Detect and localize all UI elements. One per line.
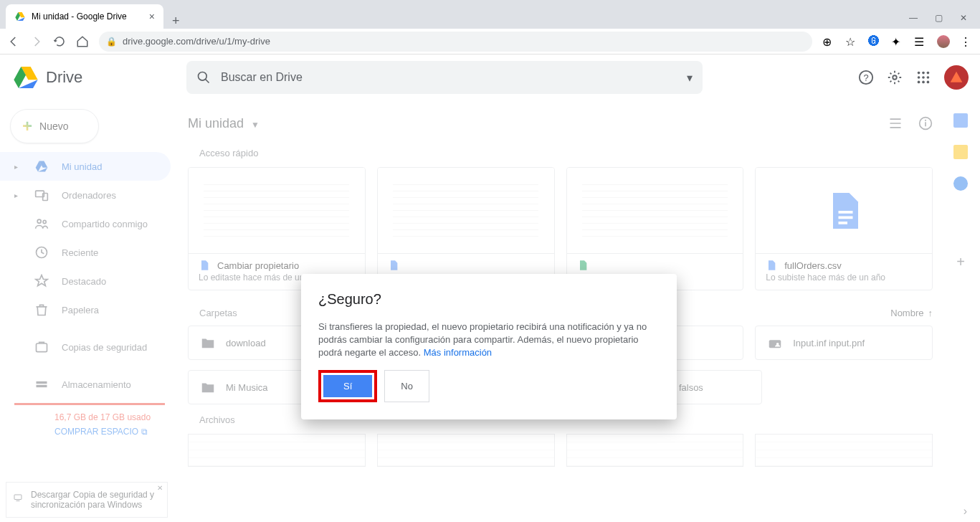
gear-icon[interactable] [887, 70, 903, 85]
search-placeholder: Buscar en Drive [221, 71, 303, 84]
home-icon[interactable] [76, 35, 89, 48]
svg-point-18 [922, 81, 925, 84]
browser-tab-strip: Mi unidad - Google Drive × + — ▢ ✕ [0, 0, 980, 29]
browser-toolbar: 🔒 drive.google.com/drive/u/1/my-drive ⊕ … [0, 29, 980, 54]
reload-icon[interactable] [53, 35, 66, 48]
confirm-dialog: ¿Seguro? Si transfieres la propiedad, el… [301, 274, 677, 419]
back-icon[interactable] [7, 35, 20, 48]
search-icon [196, 70, 211, 85]
svg-point-15 [922, 76, 925, 79]
svg-point-12 [922, 72, 925, 75]
extensions-icon[interactable]: ✦ [891, 35, 904, 48]
browser-tab[interactable]: Mi unidad - Google Drive × [6, 4, 163, 29]
url-text: drive.google.com/drive/u/1/my-drive [123, 36, 270, 47]
svg-point-10 [893, 75, 897, 80]
search-options-icon[interactable]: ▾ [687, 71, 693, 85]
dialog-title: ¿Seguro? [318, 291, 660, 308]
kebab-menu-icon[interactable]: ⋮ [960, 35, 973, 48]
lock-icon: 🔒 [106, 37, 117, 47]
window-close-icon[interactable]: ✕ [960, 13, 967, 23]
svg-marker-20 [951, 72, 963, 82]
dialog-body: Si transfieres la propiedad, el nuevo pr… [318, 321, 660, 360]
svg-line-7 [206, 80, 209, 83]
yes-button-highlight: Sí [318, 370, 377, 402]
drive-favicon-icon [14, 11, 26, 22]
svg-point-17 [918, 81, 920, 84]
drive-logo[interactable]: Drive [11, 63, 175, 92]
help-icon[interactable]: ? [858, 70, 874, 85]
more-info-link[interactable]: Más información [424, 347, 492, 358]
svg-point-6 [199, 72, 207, 81]
yes-button[interactable]: Sí [323, 375, 372, 397]
svg-point-13 [927, 72, 930, 75]
translate-icon[interactable]: 🅖 [868, 35, 881, 48]
tab-title: Mi unidad - Google Drive [32, 11, 127, 22]
forward-icon [30, 35, 43, 48]
svg-point-14 [918, 76, 920, 79]
no-button[interactable]: No [384, 370, 429, 402]
drive-header: Drive Buscar en Drive ▾ ? [0, 54, 980, 100]
svg-point-19 [927, 81, 930, 84]
new-tab-button[interactable]: + [163, 14, 189, 29]
window-controls: — ▢ ✕ [909, 13, 980, 29]
svg-point-16 [927, 76, 930, 79]
star-icon[interactable]: ☆ [845, 35, 858, 48]
app-name: Drive [46, 68, 82, 87]
window-minimize-icon[interactable]: — [909, 13, 918, 23]
reading-list-icon[interactable]: ☰ [914, 35, 927, 48]
apps-grid-icon[interactable] [915, 70, 931, 85]
tab-close-icon[interactable]: × [149, 11, 155, 22]
window-maximize-icon[interactable]: ▢ [935, 13, 943, 23]
account-avatar[interactable] [944, 65, 969, 90]
search-input[interactable]: Buscar en Drive ▾ [186, 61, 703, 94]
profile-avatar-icon[interactable] [937, 35, 950, 48]
address-bar[interactable]: 🔒 drive.google.com/drive/u/1/my-drive [99, 32, 812, 52]
add-page-icon[interactable]: ⊕ [822, 35, 835, 48]
svg-text:?: ? [863, 72, 868, 83]
drive-triangle-icon [11, 63, 40, 92]
svg-point-11 [918, 72, 920, 75]
